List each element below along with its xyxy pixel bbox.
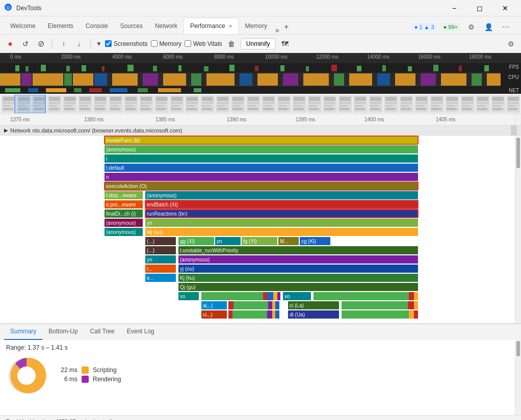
flame-block-anonymous2[interactable]: (anonymous): [145, 191, 418, 199]
flame-block-epro[interactable]: e.pro...eware: [105, 200, 143, 208]
flame-block-i[interactable]: i: [105, 154, 418, 163]
flame-block-mj[interactable]: Mj (uu): [145, 228, 418, 236]
tab-bottomup[interactable]: Bottom-Up: [42, 324, 84, 340]
svg-rect-63: [1, 95, 520, 113]
tab-elements[interactable]: Elements: [42, 18, 80, 34]
flame-block-ai[interactable]: ai...): [201, 301, 227, 309]
pie-chart: [6, 355, 47, 396]
tab-eventlog[interactable]: Event Log: [121, 324, 161, 340]
flame-block-e[interactable]: e...: [145, 274, 176, 282]
svg-rect-41: [349, 73, 372, 86]
flame-block-anonymous4[interactable]: (anonymous): [105, 228, 143, 236]
flame-block-yn1[interactable]: yn: [145, 219, 418, 227]
flame-block-r[interactable]: r...: [145, 265, 176, 273]
tab-welcome[interactable]: Welcome: [4, 18, 42, 34]
memory-checkbox[interactable]: [151, 40, 158, 47]
upload-button[interactable]: ↑: [58, 38, 70, 50]
tab-memory[interactable]: Memory: [239, 18, 273, 34]
errors-badge[interactable]: ● 1 ▲ 3: [411, 23, 437, 31]
reload-record-button[interactable]: ↺: [19, 38, 32, 50]
flame-scroll-thumb[interactable]: [516, 138, 520, 168]
status-text: Total blocking time: 4672.37ms (estimate…: [6, 418, 113, 421]
flame-block-anonymous5[interactable]: (anonymous): [178, 255, 418, 264]
range-label: Range: 1.37 s – 1.41 s: [6, 344, 509, 351]
memory-checkbox-label[interactable]: Memory: [151, 40, 181, 47]
new-tab-button[interactable]: +: [279, 20, 294, 34]
settings-icon[interactable]: ⚙: [464, 20, 478, 34]
more-tabs-btn[interactable]: »: [275, 26, 279, 34]
flame-block-diua[interactable]: di (Ua): [288, 310, 339, 319]
flame-block-kj[interactable]: Kj (hu): [178, 274, 418, 282]
flame-block-qj[interactable]: Qj (gu): [178, 283, 418, 291]
svg-rect-27: [33, 73, 63, 86]
tab-sources[interactable]: Sources: [114, 18, 149, 34]
flame-block-gg[interactable]: gg (Xl): [178, 237, 214, 245]
flame-block-anonymous3[interactable]: (anonymous): [105, 219, 143, 227]
webvitals-checkbox[interactable]: [185, 40, 191, 47]
screenshots-checkbox[interactable]: [105, 40, 112, 47]
flame-block-yj[interactable]: yj (ou): [178, 265, 418, 273]
flame-row-13: (...) t.unstable_runWithPriority: [0, 246, 515, 255]
flame-block-invokefunc[interactable]: invokeFunc (b): [105, 136, 418, 144]
flame-block-finaldisp[interactable]: finalDi...ch (i): [105, 209, 143, 218]
map-icon[interactable]: 🗺: [279, 38, 291, 50]
summary-row-scripting: 22 ms Scripting: [57, 366, 509, 374]
flame-block-ci[interactable]: ci...): [201, 310, 227, 319]
tab-summary[interactable]: Summary: [4, 324, 42, 340]
svg-rect-36: [240, 73, 252, 86]
flame-block-tunstable[interactable]: t.unstable_runWithPriority: [178, 246, 418, 254]
network-expand-icon[interactable]: ▶: [4, 127, 8, 133]
trash-icon[interactable]: 🗑: [225, 38, 238, 50]
flame-block-tdisp[interactable]: t.disp...eware: [105, 191, 143, 199]
record-button[interactable]: ●: [4, 38, 16, 50]
bottom-scroll-thumb[interactable]: [516, 341, 520, 356]
status-bar: Total blocking time: 4672.37ms (estimate…: [0, 415, 521, 420]
clear-button[interactable]: ⊘: [35, 38, 47, 50]
tab-console[interactable]: Console: [80, 18, 114, 34]
close-button[interactable]: ✕: [493, 0, 517, 16]
perf-settings-icon[interactable]: ⚙: [505, 38, 517, 50]
flame-block-xo1[interactable]: xo: [178, 292, 199, 300]
restore-button[interactable]: ◻: [468, 0, 491, 16]
svg-rect-55: [138, 88, 148, 92]
flame-block-executeaction[interactable]: executeAction (O): [105, 182, 418, 190]
network-row[interactable]: ▶ Network nts.data.microsoft.com/ (brows…: [0, 125, 521, 136]
flame-block-xo2[interactable]: xo: [283, 292, 311, 300]
flame-block-endbatch[interactable]: endBatch (Xt): [145, 200, 418, 208]
flame-block-yn2[interactable]: yn: [215, 237, 241, 245]
unminify-button[interactable]: Unminify: [241, 38, 276, 49]
tab-performance[interactable]: Performance ✕: [184, 18, 239, 34]
svg-rect-25: [0, 73, 20, 86]
flame-row-6: executeAction (O): [0, 181, 515, 191]
svg-rect-37: [257, 73, 278, 86]
flame-block-m[interactable]: M...: [278, 237, 299, 245]
tick-14000ms: 14000 ms: [367, 54, 389, 60]
webvitals-checkbox-label[interactable]: Web Vitals: [185, 40, 222, 47]
flame-block-fg[interactable]: fg (Yl): [242, 237, 277, 245]
svg-rect-3: [15, 65, 19, 71]
flame-block-cg[interactable]: cg (Kl): [300, 237, 330, 245]
tab-welcome-label: Welcome: [10, 22, 36, 30]
flame-block-yn3[interactable]: yn: [145, 255, 176, 264]
network-badge[interactable]: ● 99+: [440, 23, 461, 31]
range-selector[interactable]: ▼: [96, 40, 102, 47]
flame-block-anonymous1[interactable]: (anonymous): [105, 145, 418, 153]
ftick-1380: 1380 ms: [84, 117, 103, 122]
flame-block-tdefault[interactable]: t.default: [105, 164, 418, 172]
download-button[interactable]: ↓: [73, 38, 85, 50]
flame-block-runreactions[interactable]: runReactions (bn): [145, 209, 418, 218]
tab-close-icon[interactable]: ✕: [228, 23, 232, 29]
tab-network[interactable]: Network: [149, 18, 184, 34]
more-icon[interactable]: ⋯: [499, 20, 513, 34]
svg-rect-49: [5, 88, 20, 92]
profile-icon[interactable]: 👤: [481, 20, 496, 34]
flame-block-dots2[interactable]: (...): [145, 246, 176, 254]
flame-block-cila[interactable]: ci (La): [288, 301, 339, 309]
tab-calltree[interactable]: Call Tree: [84, 324, 121, 340]
flame-block-n[interactable]: n: [105, 173, 418, 181]
screenshots-checkbox-label[interactable]: Screenshots: [105, 40, 148, 47]
flame-block-dots1[interactable]: (...): [145, 237, 176, 245]
bottom-scrollbar[interactable]: [515, 340, 521, 415]
minimize-button[interactable]: −: [442, 0, 466, 16]
flame-scrollbar[interactable]: [515, 136, 521, 323]
